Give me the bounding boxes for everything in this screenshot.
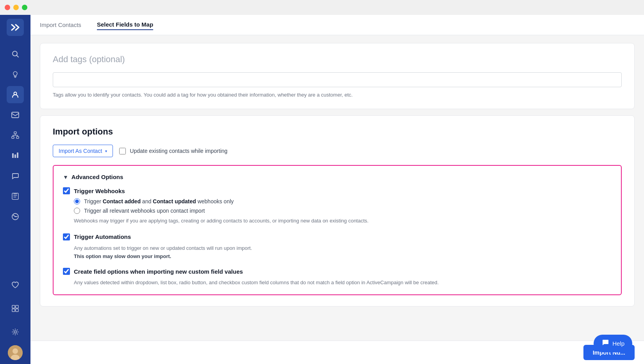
radio-all-webhooks[interactable] <box>74 208 80 214</box>
sidebar-bottom <box>7 275 24 360</box>
help-button[interactable]: Help <box>594 335 632 352</box>
trigger-webhooks-description: Webhooks may trigger if you are applying… <box>74 217 612 225</box>
nav-import-contacts[interactable]: Import Contacts <box>40 20 81 30</box>
content-area: Add tags (optional) Tags allow you to id… <box>30 35 644 341</box>
create-field-options-checkbox[interactable] <box>63 268 70 275</box>
sidebar-item-apps[interactable] <box>7 300 24 317</box>
nav-select-fields[interactable]: Select Fields to Map <box>97 20 153 30</box>
create-field-options-description: Any values detected within dropdown, lis… <box>74 279 612 287</box>
import-options-row: Import As Contact ▾ Update existing cont… <box>53 145 622 157</box>
svg-rect-2 <box>12 112 19 118</box>
maximize-button[interactable] <box>22 5 27 10</box>
tags-input[interactable] <box>53 72 622 87</box>
sidebar-item-reports[interactable] <box>7 188 24 205</box>
avatar[interactable] <box>8 345 23 360</box>
trigger-automations-block: Trigger Automations Any automations set … <box>63 233 612 260</box>
svg-rect-12 <box>16 305 18 308</box>
radio-contact-added-option: Trigger Contact added and Contact update… <box>74 198 612 204</box>
svg-rect-8 <box>17 152 18 158</box>
radio-contact-added[interactable] <box>74 198 80 204</box>
trigger-automations-warning: This option may slow down your import. <box>74 253 612 259</box>
sidebar-item-chat[interactable] <box>7 167 24 185</box>
trigger-webhooks-row: Trigger Webhooks <box>63 187 612 194</box>
update-contacts-row: Update existing contacts while importing <box>119 148 227 154</box>
trigger-automations-row: Trigger Automations <box>63 233 612 240</box>
svg-rect-6 <box>12 153 14 158</box>
svg-rect-4 <box>12 136 14 138</box>
sidebar-item-contacts[interactable] <box>7 86 24 103</box>
import-options-card: Import options Import As Contact ▾ Updat… <box>40 115 635 307</box>
sidebar-item-email[interactable] <box>7 106 24 124</box>
tags-description: Tags allow you to identify your contacts… <box>53 92 622 98</box>
close-button[interactable] <box>5 5 10 10</box>
radio-contact-added-label: Trigger Contact added and Contact update… <box>84 198 234 204</box>
svg-rect-5 <box>16 136 19 138</box>
svg-rect-11 <box>12 305 15 308</box>
svg-point-15 <box>14 331 16 333</box>
help-label: Help <box>612 340 624 347</box>
svg-rect-3 <box>14 132 16 134</box>
sidebar <box>0 15 30 364</box>
radio-all-webhooks-label: Trigger all relevant webhooks upon conta… <box>84 208 205 214</box>
advanced-options-box: ▼ Advanced Options Trigger Webhooks Trig… <box>53 165 622 295</box>
sidebar-item-search[interactable] <box>7 45 24 63</box>
add-tags-title: Add tags (optional) <box>53 54 622 65</box>
trigger-webhooks-label: Trigger Webhooks <box>74 188 125 194</box>
title-bar <box>0 0 644 15</box>
sidebar-item-favorites[interactable] <box>7 276 24 294</box>
trigger-automations-label: Trigger Automations <box>74 233 131 240</box>
bottom-bar: Import Nu... <box>30 341 644 364</box>
create-field-options-row: Create field options when importing new … <box>63 268 612 275</box>
sidebar-logo[interactable] <box>7 19 24 36</box>
minimize-button[interactable] <box>13 5 19 10</box>
app-container: Import Contacts Select Fields to Map Add… <box>0 15 644 364</box>
create-field-options-block: Create field options when importing new … <box>63 268 612 287</box>
create-field-options-label: Create field options when importing new … <box>74 268 243 275</box>
collapse-icon: ▼ <box>63 174 68 180</box>
sidebar-item-hierarchy[interactable] <box>7 127 24 144</box>
sidebar-item-settings[interactable] <box>7 323 24 341</box>
svg-point-17 <box>13 348 18 354</box>
svg-rect-7 <box>14 154 16 158</box>
chevron-down-icon: ▾ <box>105 149 107 153</box>
import-options-title: Import options <box>53 127 622 137</box>
main-content: Import Contacts Select Fields to Map Add… <box>30 15 644 364</box>
svg-rect-14 <box>16 309 18 312</box>
svg-rect-13 <box>12 309 15 312</box>
update-contacts-checkbox[interactable] <box>119 148 126 154</box>
radio-all-webhooks-option: Trigger all relevant webhooks upon conta… <box>74 208 612 214</box>
trigger-webhooks-checkbox[interactable] <box>63 187 70 194</box>
advanced-options-header[interactable]: ▼ Advanced Options <box>63 174 612 180</box>
sidebar-item-campaigns[interactable] <box>7 147 24 164</box>
chat-icon <box>601 339 609 348</box>
update-contacts-label: Update existing contacts while importing <box>130 148 227 154</box>
trigger-webhooks-block: Trigger Webhooks Trigger Contact added a… <box>63 187 612 225</box>
add-tags-card: Add tags (optional) Tags allow you to id… <box>40 43 635 109</box>
sidebar-item-analytics[interactable] <box>7 208 24 225</box>
import-as-button[interactable]: Import As Contact ▾ <box>53 145 113 157</box>
sidebar-item-lightbulb[interactable] <box>7 66 24 83</box>
svg-point-0 <box>13 51 17 56</box>
trigger-automations-checkbox[interactable] <box>63 233 70 240</box>
top-nav: Import Contacts Select Fields to Map <box>30 15 644 35</box>
trigger-automations-description: Any automations set to trigger on new or… <box>74 244 612 252</box>
advanced-options-title: Advanced Options <box>72 174 123 180</box>
